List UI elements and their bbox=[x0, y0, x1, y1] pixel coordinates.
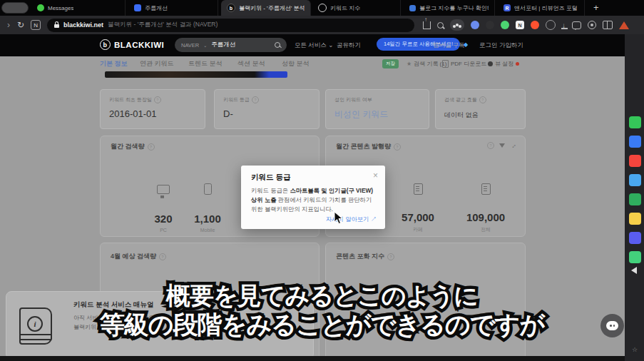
card-ad-efficiency: 검색 광고 효율 ? 데이터 없음 bbox=[435, 89, 526, 129]
signup-button[interactable]: 가입하기 bbox=[499, 41, 523, 50]
browser-tab-wrinkle[interactable]: 주름개선 bbox=[128, 0, 218, 16]
card-adult-keyword: 성인 키워드 여부 비성인 키워드 bbox=[325, 89, 429, 129]
share-icon[interactable] bbox=[423, 21, 431, 29]
tab-label: 앤서포터 | 리뷰언즈 포털 bbox=[514, 4, 578, 12]
close-icon[interactable]: × bbox=[373, 171, 378, 180]
cafe-content-column: 57,000 카페 bbox=[393, 183, 443, 233]
browser-tab-messages[interactable]: Messages bbox=[31, 0, 126, 16]
info-icon[interactable]: ? bbox=[154, 96, 161, 103]
split-view-icon[interactable] bbox=[603, 21, 613, 29]
browser-tab-strip: Messages 주름개선 b 블랙키위 - '주름개선' 분석 결과 키워드 … bbox=[0, 0, 644, 16]
pc-search-column: 320 PC bbox=[138, 185, 188, 233]
tab-label: 블로그 지수를 누구나 확인하세 bbox=[419, 4, 489, 12]
info-icon[interactable]: ? bbox=[479, 96, 486, 103]
dock-app-icon-yellow[interactable] bbox=[629, 213, 641, 225]
total-label: 전체 bbox=[461, 226, 511, 233]
browser-tab-blog-index[interactable]: 블로그 지수를 누구나 확인하세 bbox=[404, 0, 495, 16]
info-icon[interactable]: ? bbox=[394, 143, 401, 151]
expand-icon[interactable]: ↔ bbox=[508, 141, 518, 150]
dock-app-icon-mint[interactable] bbox=[629, 251, 641, 263]
window-controls[interactable] bbox=[1, 2, 29, 14]
browser-tab-blackkiwi-active[interactable]: b 블랙키위 - '주름개선' 분석 결과 bbox=[221, 0, 311, 16]
tab-related-keywords[interactable]: 연관 키워드 bbox=[140, 59, 174, 68]
search-icon[interactable] bbox=[275, 42, 280, 48]
dock-separator-arrow bbox=[631, 267, 637, 274]
blackkiwi-logo[interactable]: b BLACKKIWI bbox=[100, 39, 164, 50]
browser-tab-keyword-index[interactable]: 키워드 지수 bbox=[312, 0, 401, 16]
extension-icon-blue[interactable] bbox=[471, 21, 479, 29]
total-content-column: 109,000 전체 bbox=[461, 183, 511, 233]
dock-app-icon-skyblue[interactable] bbox=[629, 174, 641, 186]
circle-icon bbox=[318, 4, 327, 12]
notion-extension-icon[interactable]: N bbox=[31, 20, 41, 30]
chat-tool-icon[interactable] bbox=[572, 21, 581, 29]
dock-app-icon-green[interactable] bbox=[629, 116, 641, 128]
card-label: 키워드 최초 등장일 bbox=[109, 96, 152, 103]
pdf-icon bbox=[442, 60, 449, 68]
modal-title: 키워드 등급 bbox=[251, 173, 290, 183]
desktop-icon bbox=[157, 185, 170, 194]
panel-title: 월간 콘텐츠 발행량 bbox=[336, 142, 391, 151]
dock-star-icon: ☆ bbox=[632, 346, 638, 353]
login-button[interactable]: 로그인 bbox=[479, 41, 498, 50]
filter-icon[interactable] bbox=[499, 143, 505, 148]
blackkiwi-icon: b bbox=[227, 4, 235, 12]
pdf-download-button[interactable]: PDF 다운로드 bbox=[442, 60, 486, 68]
record-icon[interactable] bbox=[588, 21, 596, 29]
keyword-grade-modal: 키워드 등급 × 키워드 등급은 스마트블록 및 인기글(구 VIEW) 상위 … bbox=[241, 166, 385, 229]
tab-label: 키워드 지수 bbox=[330, 4, 360, 12]
mobile-search-column: 1,100 Mobile bbox=[183, 183, 232, 233]
modal-body: 키워드 등급은 스마트블록 및 인기글(구 VIEW) 상위 노출 관점에서 키… bbox=[251, 186, 377, 214]
save-badge[interactable]: 저장 bbox=[382, 59, 399, 68]
download-icon[interactable]: ↓ bbox=[562, 21, 566, 29]
tab-label: 블랙키위 - '주름개선' 분석 결과 bbox=[239, 4, 305, 12]
info-icon[interactable]: ? bbox=[387, 253, 394, 260]
ring-extension-icon[interactable] bbox=[546, 20, 556, 30]
tab-tendency-analysis[interactable]: 성향 분석 bbox=[282, 59, 310, 68]
star-icon: ★ bbox=[407, 61, 412, 67]
forward-icon[interactable]: › bbox=[7, 20, 10, 30]
view-settings-button[interactable]: 뷰 설정 bbox=[488, 60, 519, 68]
chevron-down-icon: ⌄ bbox=[203, 43, 207, 48]
new-tab-button[interactable]: + bbox=[593, 0, 599, 16]
logo-text: BLACKKIWI bbox=[114, 41, 164, 49]
keyword-search-bar[interactable]: NAVER ⌄ 주름개선 bbox=[175, 38, 287, 52]
dock-app-icon-red[interactable] bbox=[629, 155, 641, 167]
browser-tab-reviewers[interactable]: R 앤서포터 | 리뷰언즈 포털 bbox=[498, 0, 585, 16]
membership-menu[interactable]: 멤버십 구독 bbox=[433, 41, 465, 50]
search-input[interactable]: 주름개선 bbox=[211, 41, 270, 49]
info-icon[interactable]: ? bbox=[487, 142, 494, 149]
mobile-label: Mobile bbox=[183, 228, 232, 233]
notion-icon[interactable]: N bbox=[516, 21, 524, 29]
extension-icon-dark[interactable] bbox=[486, 21, 494, 29]
view-settings-label: 뷰 설정 bbox=[495, 60, 513, 68]
dock-app-icon-blue[interactable] bbox=[629, 136, 641, 148]
zoom-icon[interactable] bbox=[437, 22, 444, 29]
address-bar[interactable]: blackkiwi.net 블랙키위 - '주름개선' 분석 결과 (NAVER… bbox=[47, 19, 414, 32]
tab-section-analysis[interactable]: 섹션 분석 bbox=[237, 59, 265, 68]
info-icon[interactable]: ? bbox=[148, 143, 155, 151]
reload-icon[interactable]: ↻ bbox=[17, 20, 24, 30]
card-keyword-grade: 키워드 등급 ? D- bbox=[214, 89, 320, 129]
dock-app-icon-violet[interactable] bbox=[629, 232, 641, 244]
ad-banner[interactable] bbox=[105, 71, 287, 78]
search-engine-select[interactable]: NAVER bbox=[181, 42, 199, 49]
tab-trend-analysis[interactable]: 트렌드 분석 bbox=[188, 59, 223, 68]
mouse-cursor bbox=[334, 211, 343, 225]
gem-icon: ◆ bbox=[464, 41, 468, 48]
warning-icon[interactable] bbox=[619, 21, 629, 29]
extension-icon-green[interactable] bbox=[501, 21, 509, 29]
all-services-menu[interactable]: 모든 서비스 ⌄ bbox=[295, 41, 333, 50]
search-history-button[interactable]: ★ 검색 기록 (1) bbox=[407, 60, 446, 68]
messages-icon bbox=[37, 4, 44, 11]
tab-basic-info[interactable]: 기본 정보 bbox=[100, 59, 128, 68]
dock-app-icon-darkgreen[interactable] bbox=[629, 193, 641, 205]
pc-search-value: 320 bbox=[138, 213, 188, 225]
pinned-extension-icon[interactable] bbox=[450, 19, 464, 31]
flame-extension-icon[interactable] bbox=[531, 21, 539, 29]
share-menu[interactable]: 공유하기 bbox=[337, 41, 361, 50]
card-label: 검색 광고 효율 bbox=[444, 96, 477, 103]
info-icon[interactable]: ? bbox=[159, 253, 166, 260]
keyword-grade-value: D- bbox=[223, 108, 233, 119]
info-icon[interactable]: ? bbox=[252, 96, 259, 103]
